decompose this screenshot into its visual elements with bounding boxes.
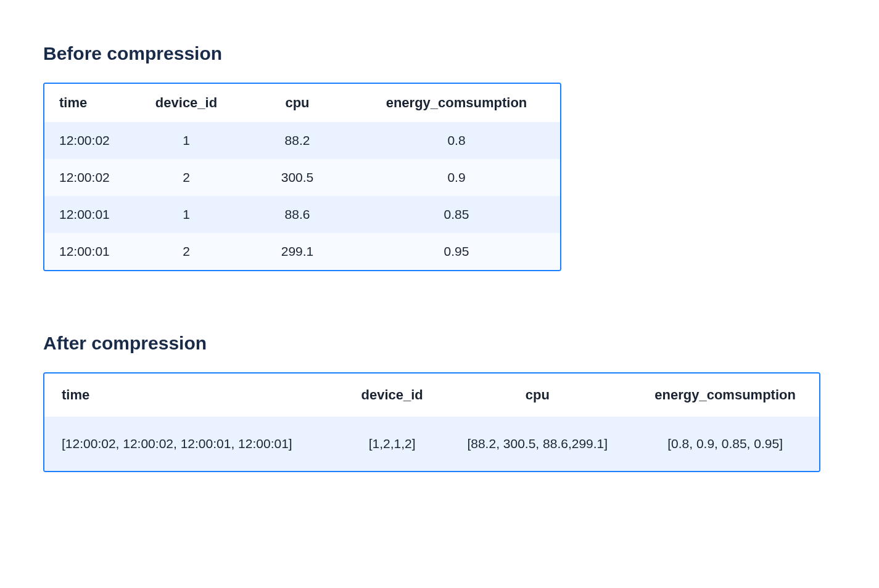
cell-time: 12:00:02: [44, 159, 131, 196]
table-row: 12:00:01 2 299.1 0.95: [44, 233, 560, 270]
cell-cpu: 88.6: [242, 196, 353, 233]
after-header-cpu: cpu: [444, 374, 631, 417]
cell-energy: 0.8: [353, 122, 560, 159]
cell-time: [12:00:02, 12:00:02, 12:00:01, 12:00:01]: [44, 417, 340, 471]
cell-time: 12:00:01: [44, 196, 131, 233]
cell-energy: 0.95: [353, 233, 560, 270]
before-header-time: time: [44, 84, 131, 122]
table-row: 12:00:01 1 88.6 0.85: [44, 196, 560, 233]
before-title: Before compression: [43, 43, 836, 64]
cell-device-id: 1: [131, 196, 242, 233]
before-table: time device_id cpu energy_comsumption 12…: [44, 84, 560, 270]
cell-cpu: 88.2: [242, 122, 353, 159]
cell-device-id: 2: [131, 159, 242, 196]
section-spacer: [43, 271, 836, 333]
after-table: time device_id cpu energy_comsumption [1…: [44, 374, 819, 471]
cell-time: 12:00:01: [44, 233, 131, 270]
table-row: [12:00:02, 12:00:02, 12:00:01, 12:00:01]…: [44, 417, 819, 471]
cell-energy: [0.8, 0.9, 0.85, 0.95]: [631, 417, 819, 471]
cell-cpu: [88.2, 300.5, 88.6,299.1]: [444, 417, 631, 471]
table-row: 12:00:02 2 300.5 0.9: [44, 159, 560, 196]
before-header-cpu: cpu: [242, 84, 353, 122]
table-row: 12:00:02 1 88.2 0.8: [44, 122, 560, 159]
before-table-container: time device_id cpu energy_comsumption 12…: [43, 83, 561, 271]
cell-device-id: 2: [131, 233, 242, 270]
cell-energy: 0.85: [353, 196, 560, 233]
cell-device-id: [1,2,1,2]: [340, 417, 444, 471]
after-header-time: time: [44, 374, 340, 417]
cell-cpu: 299.1: [242, 233, 353, 270]
cell-device-id: 1: [131, 122, 242, 159]
after-title: After compression: [43, 333, 836, 354]
after-header-device-id: device_id: [340, 374, 444, 417]
cell-energy: 0.9: [353, 159, 560, 196]
after-table-container: time device_id cpu energy_comsumption [1…: [43, 372, 820, 472]
before-header-row: time device_id cpu energy_comsumption: [44, 84, 560, 122]
before-header-device-id: device_id: [131, 84, 242, 122]
after-header-row: time device_id cpu energy_comsumption: [44, 374, 819, 417]
cell-cpu: 300.5: [242, 159, 353, 196]
before-header-energy: energy_comsumption: [353, 84, 560, 122]
cell-time: 12:00:02: [44, 122, 131, 159]
after-header-energy: energy_comsumption: [631, 374, 819, 417]
